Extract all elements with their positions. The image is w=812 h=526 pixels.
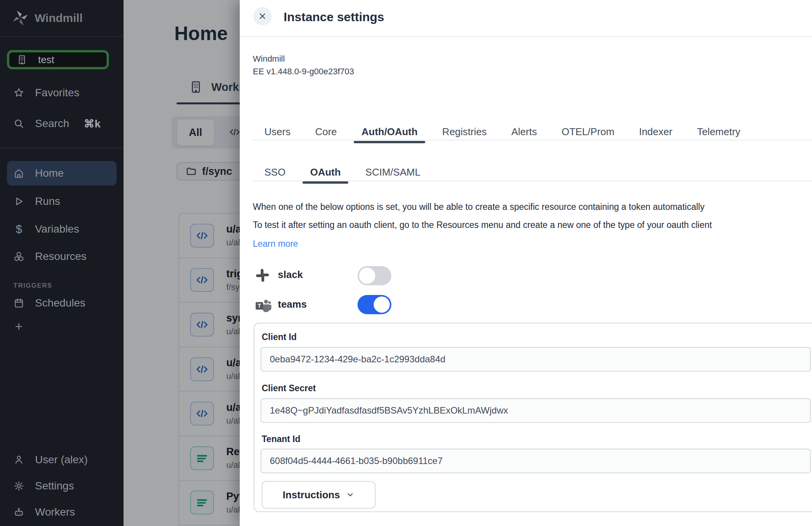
sidebar-item-label: Resources (35, 250, 87, 263)
sidebar-item-label: Workers (35, 506, 75, 518)
sidebar-item-variables[interactable]: $ Variables (0, 218, 124, 240)
teams-toggle[interactable] (358, 295, 391, 314)
building-icon (17, 54, 27, 65)
instance-settings-drawer: Instance settings Windmill EE v1.448.0-9… (240, 0, 812, 526)
tab-registries[interactable]: Registries (434, 123, 495, 141)
search-shortcut: ⌘k (84, 117, 101, 130)
dollar-icon: $ (13, 224, 24, 235)
calendar-icon (13, 298, 24, 308)
sidebar-add-button[interactable] (0, 315, 124, 338)
sidebar-item-label: Variables (35, 223, 79, 235)
workspace-selector[interactable]: test (7, 50, 109, 69)
provider-name: teams (278, 298, 307, 310)
instructions-button[interactable]: Instructions (262, 481, 376, 509)
sidebar-item-label: Schedules (35, 297, 85, 309)
sidebar-item-runs[interactable]: Runs (0, 190, 124, 213)
sidebar-item-workers[interactable]: Workers (0, 501, 124, 523)
search-icon (13, 118, 24, 129)
svg-text:T: T (258, 303, 261, 309)
subtab-oauth[interactable]: OAuth (302, 164, 348, 181)
toggle-knob (359, 268, 375, 284)
tab-alerts[interactable]: Alerts (504, 123, 545, 141)
sidebar-item-label: User (alex) (35, 454, 88, 466)
sidebar-divider (0, 36, 124, 37)
play-icon (13, 196, 24, 207)
auth-subtabs: SSO OAuth SCIM/SAML (257, 164, 428, 181)
app-version: EE v1.448.0-9-g00e23f703 (253, 65, 354, 78)
slack-icon (255, 268, 270, 283)
client-id-input[interactable] (261, 347, 811, 372)
oauth-description-line1: When one of the below options is set, yo… (253, 202, 811, 212)
slack-toggle[interactable] (358, 266, 391, 285)
instructions-label: Instructions (283, 489, 340, 501)
provider-row-teams: T teams (240, 294, 812, 317)
tab-users[interactable]: Users (257, 123, 298, 141)
sidebar-item-favorites[interactable]: Favorites (0, 82, 124, 104)
sidebar-item-resources[interactable]: Resources (0, 245, 124, 268)
chevron-down-icon (346, 491, 354, 499)
robot-icon (13, 507, 24, 518)
plus-icon (13, 321, 24, 332)
sidebar-item-schedules[interactable]: Schedules (0, 292, 124, 314)
client-secret-label: Client Secret (262, 383, 316, 394)
teams-oauth-config-panel: Client Id Client Secret Tenant Id Instru… (254, 323, 812, 512)
tab-indexer[interactable]: Indexer (631, 123, 680, 141)
sidebar-divider (0, 148, 124, 149)
workspace-name: test (38, 54, 54, 66)
settings-tabs: Users Core Auth/OAuth Registries Alerts … (257, 123, 748, 141)
toggle-knob (374, 297, 390, 313)
triggers-section-label: TRIGGERS (13, 282, 52, 290)
tenant-id-input[interactable] (261, 449, 811, 473)
windmill-logo-icon (13, 10, 28, 26)
drawer-header-divider (240, 36, 812, 37)
learn-more-link[interactable]: Learn more (253, 239, 298, 249)
tab-auth-oauth[interactable]: Auth/OAuth (354, 123, 425, 141)
tab-telemetry[interactable]: Telemetry (689, 123, 748, 141)
sidebar-item-label: Runs (35, 195, 60, 208)
subtab-scim-saml[interactable]: SCIM/SAML (358, 164, 428, 181)
windmill-logo-label: Windmill (35, 12, 83, 25)
provider-name: slack (278, 269, 303, 281)
sidebar-item-label: Search (35, 117, 69, 130)
sidebar-item-settings[interactable]: Settings (0, 475, 124, 497)
user-icon (13, 454, 24, 465)
app-name: Windmill (253, 52, 354, 65)
teams-icon: T (255, 298, 271, 313)
star-icon (13, 87, 24, 98)
tab-otel-prom[interactable]: OTEL/Prom (554, 123, 622, 141)
sidebar-item-search[interactable]: Search ⌘k (0, 112, 124, 135)
close-icon[interactable] (253, 7, 272, 25)
subtab-sso[interactable]: SSO (257, 164, 293, 181)
client-id-label: Client Id (262, 332, 297, 342)
client-secret-input[interactable] (261, 398, 811, 423)
boxes-icon (13, 251, 24, 262)
tenant-id-label: Tenant Id (262, 434, 301, 444)
oauth-description-line2: To test it after setting an oauth client… (253, 220, 811, 230)
drawer-title: Instance settings (284, 10, 384, 24)
tab-core[interactable]: Core (307, 123, 344, 141)
sidebar-item-label: Home (35, 167, 64, 179)
version-block: Windmill EE v1.448.0-9-g00e23f703 (253, 52, 354, 78)
sidebar: Windmill test Favorites (0, 0, 124, 526)
provider-row-slack: slack (240, 264, 812, 287)
home-icon (13, 168, 24, 179)
sidebar-item-home[interactable]: Home (7, 161, 117, 186)
sidebar-item-label: Favorites (35, 87, 79, 99)
sidebar-item-label: Settings (35, 480, 74, 492)
sidebar-item-user[interactable]: User (alex) (0, 449, 124, 471)
gear-icon (13, 481, 24, 491)
